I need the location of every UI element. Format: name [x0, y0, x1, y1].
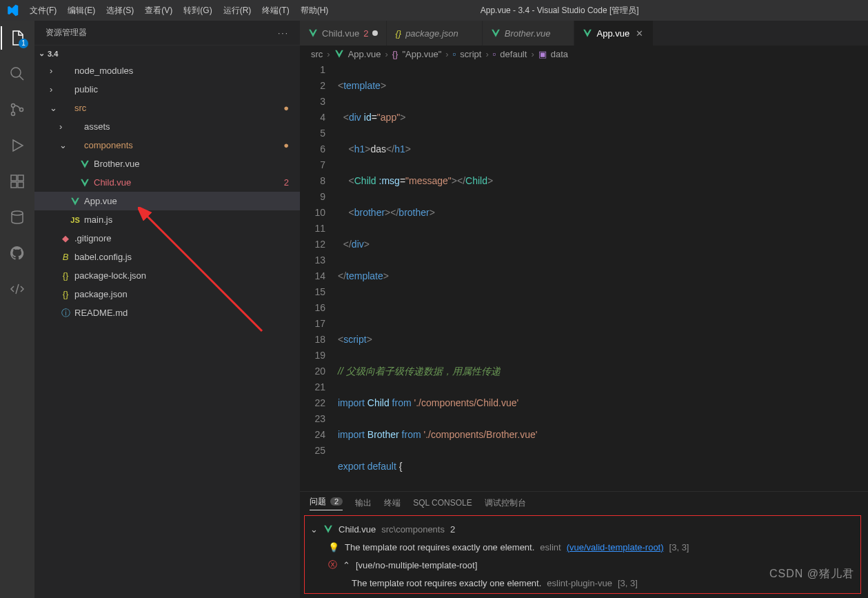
- svg-rect-5: [11, 182, 17, 188]
- editor-tab[interactable]: Brother.vue: [483, 21, 575, 46]
- window-title: App.vue - 3.4 - Visual Studio Code [管理员]: [334, 5, 785, 17]
- menu-terminal[interactable]: 终端(T): [256, 0, 294, 21]
- editor-tab[interactable]: Child.vue2: [300, 21, 387, 46]
- svg-point-2: [12, 112, 15, 116]
- tree-item[interactable]: Bbabel.config.js: [34, 248, 300, 266]
- database-icon[interactable]: [1, 206, 34, 229]
- lightbulb-icon: 💡: [328, 542, 339, 552]
- svg-rect-7: [18, 175, 23, 181]
- menubar: 文件(F) 编辑(E) 选择(S) 查看(V) 转到(G) 运行(R) 终端(T…: [24, 0, 334, 21]
- tree-item[interactable]: JSmain.js: [34, 210, 300, 229]
- code-lines: <template> <div id="app"> <h1>das</h1> <…: [338, 62, 868, 491]
- menu-edit[interactable]: 编辑(E): [62, 0, 101, 21]
- editor-tab[interactable]: {}package.json: [387, 21, 482, 46]
- tree-item[interactable]: Child.vue2: [34, 173, 300, 192]
- menu-view[interactable]: 查看(V): [139, 0, 178, 21]
- file-tree: ›node_modules›public⌄src●›assets⌄compone…: [34, 61, 300, 598]
- panel-tab-output[interactable]: 输出: [355, 497, 372, 509]
- sidebar-title: 资源管理器: [46, 27, 87, 39]
- tree-item[interactable]: ›public: [34, 80, 300, 99]
- source-control-icon[interactable]: [1, 98, 34, 121]
- titlebar: 文件(F) 编辑(E) 选择(S) 查看(V) 转到(G) 运行(R) 终端(T…: [0, 0, 868, 21]
- panel-tab-sql[interactable]: SQL CONSOLE: [413, 498, 472, 508]
- code-editor[interactable]: 1234567891011121314151617181920212223242…: [300, 62, 868, 491]
- tree-item[interactable]: {}package-lock.json: [34, 266, 300, 285]
- tree-item[interactable]: ⓘREADME.md: [34, 303, 300, 322]
- watermark: CSDN @猪儿君: [769, 567, 854, 581]
- error-icon: ⓧ: [328, 559, 337, 571]
- sidebar: 资源管理器 ··· ⌄3.4 ›node_modules›public⌄src●…: [34, 21, 300, 598]
- menu-file[interactable]: 文件(F): [24, 0, 62, 21]
- debug-icon[interactable]: [1, 134, 34, 157]
- svg-point-8: [12, 211, 23, 215]
- tree-item[interactable]: ›node_modules: [34, 61, 300, 80]
- menu-help[interactable]: 帮助(H): [295, 0, 334, 21]
- editor-tabs: Child.vue2{}package.jsonBrother.vueApp.v…: [300, 21, 868, 46]
- vue-icon: [334, 49, 344, 59]
- tree-item[interactable]: App.vue: [34, 192, 300, 210]
- tree-item[interactable]: {}package.json: [34, 285, 300, 303]
- vscode-logo-icon: [0, 4, 24, 17]
- svg-point-1: [12, 104, 15, 108]
- svg-rect-6: [18, 182, 23, 188]
- more-icon[interactable]: ···: [278, 28, 289, 38]
- vue-icon: [323, 524, 333, 534]
- tree-item[interactable]: ⌄src●: [34, 99, 300, 117]
- explorer-badge: 1: [19, 39, 28, 48]
- menu-run[interactable]: 运行(R): [218, 0, 257, 21]
- menu-goto[interactable]: 转到(G): [178, 0, 217, 21]
- explorer-icon[interactable]: 1: [1, 26, 34, 50]
- sidebar-section-header[interactable]: ⌄3.4: [34, 45, 300, 61]
- tree-item[interactable]: ◆.gitignore: [34, 229, 300, 248]
- problems-list: ⌄ Child.vue src\components 2 💡 The templ…: [304, 515, 861, 594]
- tree-item[interactable]: ⌄components●: [34, 136, 300, 155]
- svg-rect-4: [11, 175, 17, 181]
- problem-file-row[interactable]: ⌄ Child.vue src\components 2: [310, 520, 855, 538]
- menu-select[interactable]: 选择(S): [101, 0, 139, 21]
- editor-tab[interactable]: App.vue✕: [574, 21, 654, 46]
- extensions-icon[interactable]: [1, 170, 34, 193]
- search-icon[interactable]: [1, 62, 34, 86]
- panel-tab-problems[interactable]: 问题2: [310, 496, 343, 510]
- github-icon[interactable]: [1, 241, 34, 265]
- svg-point-0: [11, 68, 21, 77]
- activity-bar: 1: [0, 21, 34, 598]
- tree-item[interactable]: ›assets: [34, 117, 300, 136]
- remote-icon[interactable]: [1, 277, 34, 301]
- panel-tab-debug[interactable]: 调试控制台: [485, 497, 526, 509]
- problem-item[interactable]: 💡 The template root requires exactly one…: [310, 538, 855, 556]
- bottom-panel: 问题2 输出 终端 SQL CONSOLE 调试控制台 ⌄ Child.vue …: [300, 491, 868, 598]
- panel-tab-terminal[interactable]: 终端: [384, 497, 401, 509]
- breadcrumbs[interactable]: src› App.vue› {}"App.vue"› ▫script› ▫def…: [300, 46, 868, 62]
- tree-item[interactable]: Brother.vue: [34, 155, 300, 173]
